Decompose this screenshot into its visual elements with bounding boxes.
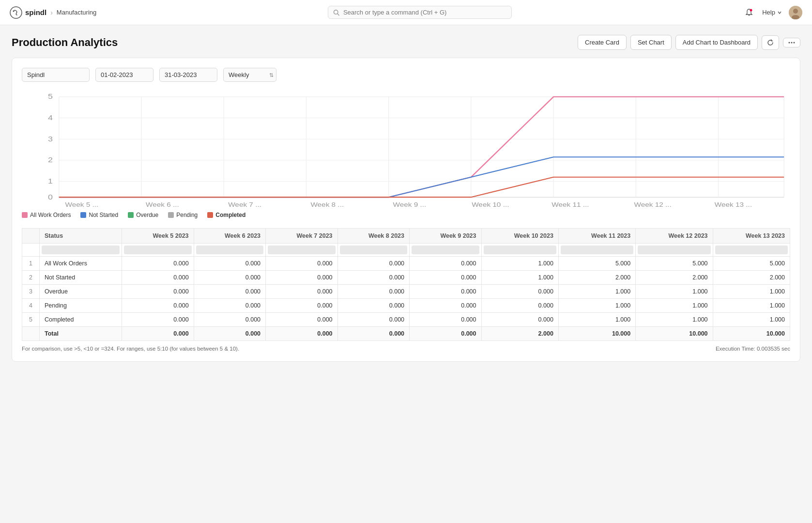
- col-week12: Week 12 2023: [636, 229, 713, 244]
- total-value: 0.000: [337, 327, 409, 341]
- row-value: 0.000: [266, 271, 337, 285]
- period-select[interactable]: Weekly Daily Monthly: [223, 68, 276, 82]
- avatar[interactable]: [789, 6, 802, 19]
- legend-item-pending: Pending: [168, 212, 198, 218]
- row-value: 0.000: [194, 299, 265, 313]
- logo-label: spindl: [25, 8, 46, 16]
- row-value: 0.000: [410, 285, 481, 299]
- row-value: 1.000: [558, 285, 635, 299]
- add-chart-to-dashboard-button[interactable]: Add Chart to Dashboard: [675, 35, 758, 50]
- total-value: 2.000: [481, 327, 558, 341]
- breadcrumb-item: Manufacturing: [57, 9, 96, 16]
- row-value: 0.000: [122, 313, 194, 327]
- refresh-button[interactable]: [762, 35, 779, 50]
- row-value: 0.000: [266, 285, 337, 299]
- table-row: 3 Overdue 0.0000.0000.0000.0000.0000.000…: [22, 285, 790, 299]
- row-value: 2.000: [713, 271, 790, 285]
- top-bar-left: spindl › Manufacturing: [10, 6, 96, 19]
- col-week13: Week 13 2023: [713, 229, 790, 244]
- row-value: 0.000: [122, 257, 194, 271]
- row-value: 1.000: [481, 257, 558, 271]
- search-input[interactable]: [343, 9, 506, 16]
- row-num: 1: [22, 257, 40, 271]
- table-footer: For comparison, use >5, <10 or =324. For…: [22, 346, 790, 352]
- help-label: Help: [762, 9, 775, 16]
- row-value: 0.000: [410, 257, 481, 271]
- legend-dot-overdue: [128, 212, 134, 218]
- svg-text:0: 0: [48, 193, 53, 201]
- col-week5: Week 5 2023: [122, 229, 194, 244]
- svg-point-1: [13, 10, 15, 12]
- row-num: 4: [22, 299, 40, 313]
- svg-text:Week 7 ...: Week 7 ...: [228, 201, 261, 208]
- row-value: 5.000: [636, 257, 713, 271]
- chart-legend: All Work Orders Not Started Overdue Pend…: [22, 212, 790, 218]
- row-value: 0.000: [337, 257, 409, 271]
- row-value: 1.000: [636, 285, 713, 299]
- svg-text:Week 13 ...: Week 13 ...: [715, 201, 752, 208]
- date-to-filter[interactable]: [159, 68, 217, 82]
- logo-icon: [10, 6, 22, 19]
- row-value: 0.000: [481, 299, 558, 313]
- row-value: 0.000: [266, 299, 337, 313]
- row-value: 0.000: [337, 313, 409, 327]
- row-value: 1.000: [713, 299, 790, 313]
- search-area: [328, 6, 512, 19]
- col-week9: Week 9 2023: [410, 229, 481, 244]
- more-options-button[interactable]: [783, 38, 800, 47]
- col-week7: Week 7 2023: [266, 229, 337, 244]
- row-status: Overdue: [40, 285, 122, 299]
- row-value: 0.000: [410, 313, 481, 327]
- row-value: 0.000: [337, 271, 409, 285]
- row-num: 3: [22, 285, 40, 299]
- bell-icon: [745, 8, 753, 17]
- breadcrumb-separator: ›: [50, 9, 53, 16]
- search-icon: [333, 9, 339, 16]
- svg-text:Week 12 ...: Week 12 ...: [634, 201, 671, 208]
- legend-dot-pending: [168, 212, 174, 218]
- row-value: 5.000: [713, 257, 790, 271]
- col-week6: Week 6 2023: [194, 229, 265, 244]
- row-value: 1.000: [713, 285, 790, 299]
- legend-item-all-work-orders: All Work Orders: [22, 212, 71, 218]
- search-box[interactable]: [328, 6, 512, 19]
- col-week10: Week 10 2023: [481, 229, 558, 244]
- refresh-icon: [767, 39, 774, 46]
- help-button[interactable]: Help: [762, 9, 782, 16]
- row-value: 0.000: [194, 257, 265, 271]
- svg-point-4: [750, 9, 752, 11]
- total-value: 0.000: [266, 327, 337, 341]
- svg-text:Week 8 ...: Week 8 ...: [310, 201, 344, 208]
- footer-hint: For comparison, use >5, <10 or =324. For…: [22, 346, 239, 352]
- create-card-button[interactable]: Create Card: [578, 35, 627, 50]
- legend-dot-not-started: [80, 212, 86, 218]
- svg-text:Week 11 ...: Week 11 ...: [552, 201, 589, 208]
- row-value: 0.000: [337, 299, 409, 313]
- total-value: 0.000: [194, 327, 265, 341]
- row-status: Completed: [40, 313, 122, 327]
- legend-label-completed: Completed: [215, 212, 245, 218]
- svg-line-3: [337, 14, 339, 15]
- date-from-filter[interactable]: [95, 68, 153, 82]
- row-value: 5.000: [558, 257, 635, 271]
- col-status: Status: [40, 229, 122, 244]
- row-value: 1.000: [558, 299, 635, 313]
- row-value: 0.000: [122, 299, 194, 313]
- notification-bell-button[interactable]: [743, 6, 755, 19]
- table-row: 4 Pending 0.0000.0000.0000.0000.0000.000…: [22, 299, 790, 313]
- total-row: Total 0.0000.0000.0000.0000.0002.00010.0…: [22, 327, 790, 341]
- row-value: 0.000: [266, 257, 337, 271]
- chart-card: Weekly Daily Monthly 0 1 2 3: [12, 58, 800, 362]
- line-chart: 0 1 2 3 4 5 Week 5 ... Week 6 ...: [22, 92, 790, 208]
- page-title: Production Analytics: [12, 36, 118, 49]
- row-value: 0.000: [266, 313, 337, 327]
- page-actions: Create Card Set Chart Add Chart to Dashb…: [578, 35, 800, 50]
- table-row: 5 Completed 0.0000.0000.0000.0000.0000.0…: [22, 313, 790, 327]
- company-filter[interactable]: [22, 68, 90, 82]
- row-value: 1.000: [636, 313, 713, 327]
- table-row: 2 Not Started 0.0000.0000.0000.0000.0001…: [22, 271, 790, 285]
- row-value: 0.000: [410, 299, 481, 313]
- legend-dot-all-work-orders: [22, 212, 28, 218]
- svg-text:4: 4: [48, 113, 53, 122]
- set-chart-button[interactable]: Set Chart: [630, 35, 672, 50]
